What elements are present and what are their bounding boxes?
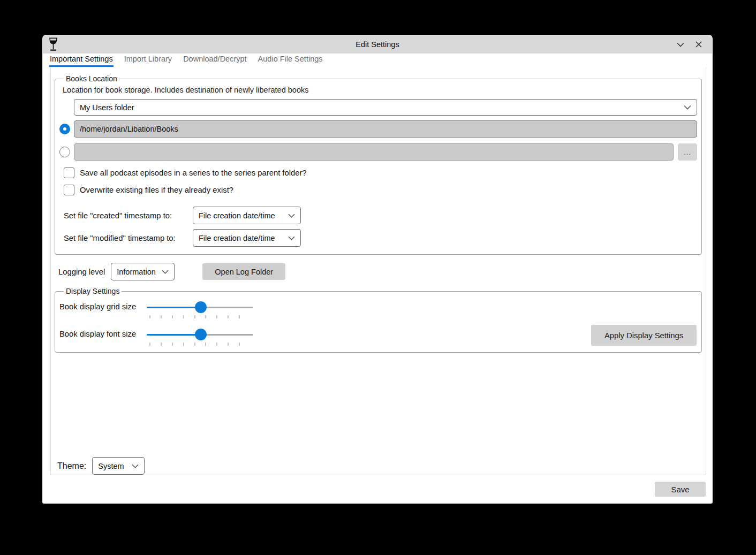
chevron-down-icon [157,270,169,274]
edit-settings-dialog: Edit Settings Important Settings Import … [43,35,712,503]
folder-preset-dropdown[interactable]: My Users folder [74,99,697,116]
chevron-down-icon [284,214,295,218]
overwrite-files-checkbox-label: Overwrite existing files if they already… [80,186,233,194]
created-timestamp-dropdown[interactable]: File creation date/time [193,207,301,224]
settings-tabbar: Important Settings Import Library Downlo… [43,54,712,67]
dialog-footer: Save [43,475,712,503]
close-icon[interactable] [692,37,706,51]
folder-preset-value: My Users folder [80,103,134,112]
chevron-down-icon [679,105,691,110]
minimize-icon[interactable] [674,37,687,51]
important-settings-page: Books Location Location for book storage… [50,67,706,475]
podcast-series-checkbox-label: Save all podcast episodes in a series to… [80,169,307,177]
tab-audio-file-settings[interactable]: Audio File Settings [258,54,323,67]
books-location-group: Books Location Location for book storage… [55,74,702,255]
modified-timestamp-label: Set file "modified" timestamp to: [64,234,193,242]
slider-handle[interactable] [195,329,207,340]
custom-path-field[interactable] [74,143,674,161]
preset-folder-radio[interactable] [59,124,70,134]
created-timestamp-value: File creation date/time [199,211,275,220]
tab-important-settings[interactable]: Important Settings [49,54,114,67]
display-settings-group: Display Settings Book display grid size … [55,287,702,353]
open-log-folder-button[interactable]: Open Log Folder [202,263,285,280]
books-location-description: Location for book storage. Includes dest… [63,86,697,94]
overwrite-files-checkbox[interactable] [64,185,74,195]
podcast-series-checkbox[interactable] [64,168,74,178]
tab-import-library[interactable]: Import Library [124,54,172,67]
logging-level-dropdown[interactable]: Information [111,263,175,280]
theme-dropdown[interactable]: System [92,457,145,475]
modified-timestamp-dropdown[interactable]: File creation date/time [193,229,301,247]
grid-size-label: Book display grid size [59,301,147,318]
custom-folder-radio[interactable] [59,147,70,157]
preset-path-field[interactable]: /home/jordan/Libation/Books [74,120,697,138]
apply-display-settings-button[interactable]: Apply Display Settings [591,325,697,346]
chevron-down-icon [284,236,295,240]
slider-ticks [149,315,250,318]
font-size-slider[interactable] [147,329,253,340]
chevron-down-icon [127,464,139,468]
save-button[interactable]: Save [655,482,706,497]
font-size-label: Book display font size [59,329,147,346]
logging-level-value: Information [117,268,156,276]
preset-path-value: /home/jordan/Libation/Books [80,125,178,133]
created-timestamp-label: Set file "created" timestamp to: [64,211,193,220]
display-settings-group-label: Display Settings [64,287,122,295]
titlebar[interactable]: Edit Settings [43,35,712,54]
grid-size-slider[interactable] [147,301,253,313]
browse-folder-button[interactable]: ... [678,143,697,161]
slider-handle[interactable] [195,301,207,313]
logging-level-label: Logging level [58,268,105,276]
theme-value: System [98,462,124,470]
window-title: Edit Settings [43,40,712,49]
tab-download-decrypt[interactable]: Download/Decrypt [183,54,247,67]
slider-ticks [149,343,250,346]
books-location-group-label: Books Location [64,74,119,83]
modified-timestamp-value: File creation date/time [199,234,275,242]
theme-label: Theme: [57,461,86,471]
